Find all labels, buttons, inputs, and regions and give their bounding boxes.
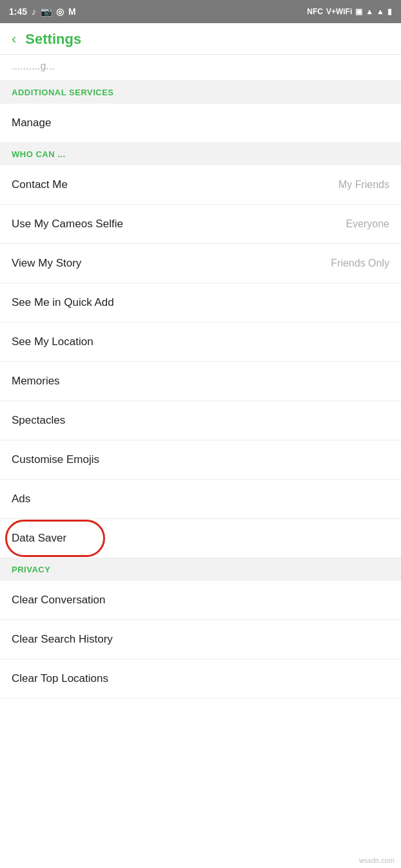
cameos-selfie-label: Use My Cameos Selfie [12, 218, 123, 231]
contact-me-value: My Friends [338, 179, 389, 191]
settings-header: ‹ Settings [0, 23, 401, 55]
page-title: Settings [25, 31, 81, 48]
signal-icon: ▲ [377, 7, 384, 16]
nfc-icon: NFC [307, 7, 323, 16]
list-item-spectacles[interactable]: Spectacles [0, 401, 401, 440]
list-item-customise-emojis[interactable]: Customise Emojis [0, 440, 401, 480]
view-my-story-label: View My Story [12, 257, 81, 270]
list-item-contact-me[interactable]: Contact Me My Friends [0, 165, 401, 205]
status-bar: 1:45 ♪ 📷 ◎ M NFC V+WiFi ▣ ▲ ▲ ▮ [0, 0, 401, 23]
watermark: wsxdn.com [359, 856, 395, 864]
list-item-ads[interactable]: Ads [0, 480, 401, 519]
customise-emojis-label: Customise Emojis [12, 453, 99, 466]
time-display: 1:45 [9, 6, 27, 17]
clear-conversation-label: Clear Conversation [12, 594, 106, 607]
list-item-data-saver[interactable]: Data Saver [0, 519, 401, 558]
battery-icon: ▮ [387, 7, 392, 16]
section-header-who-can: WHO CAN ... [0, 143, 401, 165]
spectacles-label: Spectacles [12, 414, 65, 427]
page-container: 1:45 ♪ 📷 ◎ M NFC V+WiFi ▣ ▲ ▲ ▮ ‹ Settin… [0, 0, 401, 868]
memories-label: Memories [12, 375, 60, 388]
status-right: NFC V+WiFi ▣ ▲ ▲ ▮ [307, 7, 392, 16]
section-header-privacy: PRIVACY [0, 558, 401, 581]
back-button[interactable]: ‹ [12, 31, 16, 48]
music-icon: ♪ [32, 6, 36, 17]
contact-me-label: Contact Me [12, 178, 68, 191]
list-item-clear-top-locations[interactable]: Clear Top Locations [0, 659, 401, 699]
manage-label: Manage [12, 117, 51, 129]
list-item-use-my-cameos-selfie[interactable]: Use My Cameos Selfie Everyone [0, 205, 401, 244]
wifi-icon: ▲ [366, 7, 373, 16]
data-saver-label: Data Saver [12, 532, 66, 545]
instagram-icon: 📷 [41, 6, 52, 17]
view-my-story-value: Friends Only [331, 258, 389, 269]
threads-icon: ◎ [56, 6, 64, 17]
gmail-icon: M [68, 6, 76, 17]
list-item-see-me-quick-add[interactable]: See Me in Quick Add [0, 283, 401, 323]
see-me-quick-add-label: See Me in Quick Add [12, 296, 114, 309]
see-my-location-label: See My Location [12, 335, 93, 348]
cameos-selfie-value: Everyone [346, 218, 389, 230]
list-item-memories[interactable]: Memories [0, 362, 401, 401]
list-item-see-my-location[interactable]: See My Location [0, 323, 401, 362]
vibrate-icon: ▣ [355, 7, 362, 16]
wifi-calling-icon: V+WiFi [326, 7, 352, 16]
section-header-additional-services: ADDITIONAL SERVICES [0, 81, 401, 104]
truncated-text: ..........g... [12, 61, 55, 71]
list-item-clear-conversation[interactable]: Clear Conversation [0, 581, 401, 620]
truncated-previous-section: ..........g... [0, 55, 401, 81]
clear-top-locations-label: Clear Top Locations [12, 672, 108, 685]
list-item-view-my-story[interactable]: View My Story Friends Only [0, 244, 401, 283]
list-item-clear-search-history[interactable]: Clear Search History [0, 620, 401, 659]
clear-search-history-label: Clear Search History [12, 633, 113, 646]
list-item-manage[interactable]: Manage [0, 104, 401, 143]
ads-label: Ads [12, 493, 30, 505]
status-left: 1:45 ♪ 📷 ◎ M [9, 6, 76, 17]
